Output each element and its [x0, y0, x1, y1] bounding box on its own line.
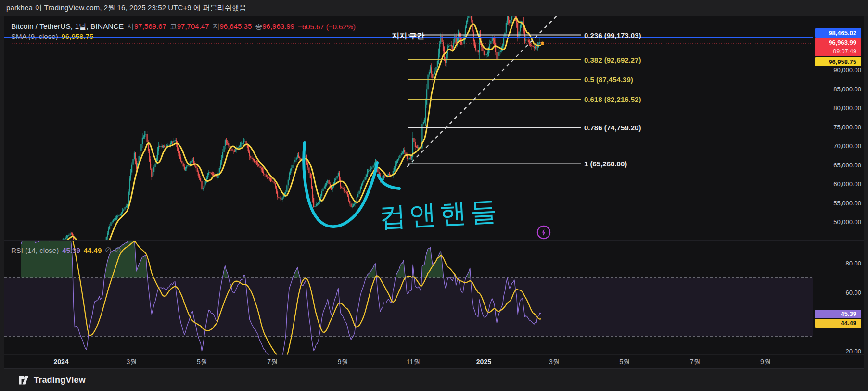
chart-canvas[interactable]: [0, 0, 868, 391]
lightning-icon: [537, 226, 550, 239]
published-chart-page: { "publish_bar": {"text": "parkhea 이 Tra…: [0, 0, 868, 391]
